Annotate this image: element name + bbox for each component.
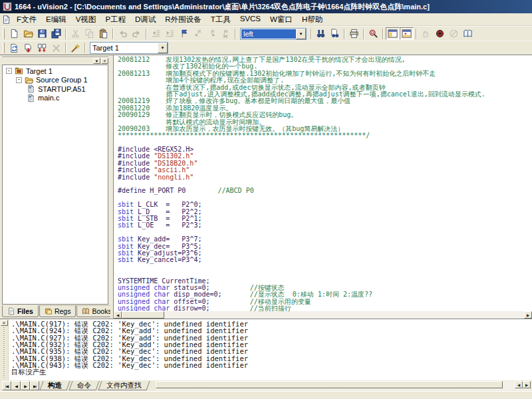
scroll-thumb[interactable] [122, 311, 164, 319]
toolbar-grip[interactable] [3, 29, 5, 39]
save-file-button[interactable] [35, 27, 49, 40]
target-folder-icon [14, 66, 24, 75]
group-folder-icon [24, 76, 34, 84]
output-drag-handle[interactable] [3, 327, 5, 379]
output-scroll-thumb[interactable] [156, 381, 503, 388]
output-window: × .\MAIN.C(917): 错误 C202: 'Key_dec': und… [0, 319, 532, 380]
code-line: unsigned char disrow=0; //当前扫描行 [118, 305, 532, 311]
find-button[interactable] [314, 27, 328, 40]
toolbar-separator [112, 29, 114, 39]
find-combobox-dropdown-icon[interactable]: ▼ [296, 29, 306, 39]
output-hscrollbar[interactable]: ◀ ▶ [156, 381, 531, 390]
copy-button [82, 27, 96, 40]
menu-svcs[interactable]: SVCS [235, 13, 265, 26]
output-close-button[interactable]: × [1, 320, 8, 326]
editor-window[interactable]: 20081212 发现1302发热的情况,网上查了下是国产1302在受干扰的情况… [113, 55, 532, 319]
toolbar-separator [344, 29, 345, 39]
menu-bar: F文件E编辑V视图P工程D调试R外围设备T工具SVCSW窗口H帮助 [0, 13, 532, 26]
tree-item-label: main.c [36, 94, 59, 102]
tab-regs[interactable]: Regs [39, 305, 76, 317]
window-title: 1664 - uVision2 - [C:\Documents and Sett… [15, 2, 430, 12]
files-tab-icon [7, 307, 15, 315]
undo-button [116, 27, 130, 40]
code-line [118, 264, 532, 271]
output-scroll-track[interactable] [503, 381, 515, 390]
menu-peripherals[interactable]: R外围设备 [160, 13, 205, 26]
first-tab-button[interactable]: |◀ [2, 381, 11, 390]
menu-debug[interactable]: D调试 [130, 13, 160, 26]
output-line[interactable]: .\MAIN.C(943): 错误 C202: 'Key_dec': undef… [11, 362, 532, 368]
tab-label: Books [92, 307, 111, 315]
toolbar-separator [146, 29, 147, 39]
find-combobox[interactable]: left▼ [240, 28, 307, 40]
target-options-button[interactable] [68, 42, 82, 55]
tab-files[interactable]: Files [2, 305, 39, 317]
toolbar-grip[interactable] [3, 43, 5, 53]
panel-menu-button[interactable]: ▾ [93, 58, 100, 64]
build-output: .\MAIN.C(917): 错误 C202: 'Key_dec': undef… [9, 319, 532, 380]
target-combobox-dropdown-icon[interactable]: ▼ [158, 43, 168, 53]
save-all-button[interactable] [49, 27, 63, 40]
translate-file-button[interactable] [7, 42, 21, 55]
panel-close-button[interactable]: × [101, 58, 108, 64]
menu-view[interactable]: V视图 [71, 13, 101, 26]
toolbar-build: Target 1▼ [0, 41, 532, 55]
scroll-track[interactable] [164, 311, 524, 319]
bookmark-toggle-button[interactable] [177, 27, 191, 40]
tree-expander[interactable]: - [16, 77, 22, 83]
scroll-left-button[interactable]: ◀ [114, 311, 122, 319]
output-scroll-right-button[interactable]: ▶ [523, 381, 531, 388]
menu-edit[interactable]: E编辑 [41, 13, 71, 26]
tree-expander[interactable]: - [6, 68, 12, 74]
outdent-button [149, 27, 163, 40]
menu-file[interactable]: F文件 [12, 13, 41, 26]
code-line: sbit Key_cancel=P3^4; [118, 257, 532, 263]
menu-window[interactable]: W窗口 [265, 13, 297, 26]
output-tab-find-in-files[interactable]: 文件内查找 [98, 381, 150, 390]
output-tab-label: 构造 [48, 381, 62, 390]
output-tab-command[interactable]: 命令 [68, 381, 99, 390]
tree-item-main.c[interactable]: main.c [3, 94, 107, 103]
menu-help[interactable]: H帮助 [297, 13, 327, 26]
tab-label: Regs [55, 307, 71, 315]
workspace: ▾ × -Target 1-Source Group 1STARTUP.A51m… [0, 55, 532, 319]
last-tab-button[interactable]: ▶| [30, 381, 39, 390]
menu-tools[interactable]: T工具 [206, 13, 235, 26]
code-editor[interactable]: 20081212 发现1302发热的情况,网上查了下是国产1302在受干扰的情况… [114, 55, 532, 311]
document-icon[interactable] [2, 15, 12, 24]
code-line: sbit L_OE = P2^3; [118, 222, 532, 229]
output-line[interactable]: 目标没产生 [11, 368, 532, 375]
build-target-button[interactable] [21, 42, 35, 55]
find-combobox-value: left [241, 29, 296, 39]
help-book-button[interactable] [461, 27, 475, 40]
project-window-button[interactable] [386, 27, 400, 40]
scroll-right-button[interactable]: ▶ [524, 311, 532, 319]
find-symbol-button[interactable] [366, 27, 380, 40]
source-file-icon [26, 94, 36, 102]
uvision-window: 1664 - uVision2 - [C:\Documents and Sett… [0, 0, 532, 399]
paste-button[interactable] [96, 27, 110, 40]
tree-item-target-1[interactable]: -Target 1 [3, 66, 107, 76]
bookmark-prev-button [191, 27, 205, 40]
editor-hscrollbar[interactable]: ◀ ▶ [114, 311, 532, 319]
project-panel-grip[interactable]: ▾ × [2, 57, 108, 64]
target-combobox[interactable]: Target 1▼ [90, 42, 168, 54]
output-scroll-left-button[interactable]: ◀ [515, 381, 523, 388]
tree-item-source-group-1[interactable]: -Source Group 1 [3, 76, 107, 85]
find-in-files-button[interactable] [328, 27, 342, 40]
output-tab-build[interactable]: 构造 [39, 381, 70, 390]
open-file-button[interactable] [21, 27, 35, 40]
toolbar-file: left▼ [0, 26, 532, 41]
output-tab-label: 命令 [77, 381, 91, 390]
next-tab-button[interactable]: ▶ [21, 381, 30, 390]
prev-tab-button[interactable]: ◀ [11, 381, 21, 390]
new-file-button[interactable] [7, 27, 21, 40]
tree-item-startup.a51[interactable]: STARTUP.A51 [3, 84, 107, 94]
menu-project[interactable]: P工程 [100, 13, 130, 26]
output-window-button[interactable] [400, 27, 414, 40]
toolbar-separator [84, 43, 86, 53]
rebuild-all-button[interactable] [35, 42, 49, 55]
breakpoint-wheel-button[interactable] [433, 27, 447, 40]
print-button[interactable] [347, 27, 361, 40]
status-bar [0, 391, 532, 399]
